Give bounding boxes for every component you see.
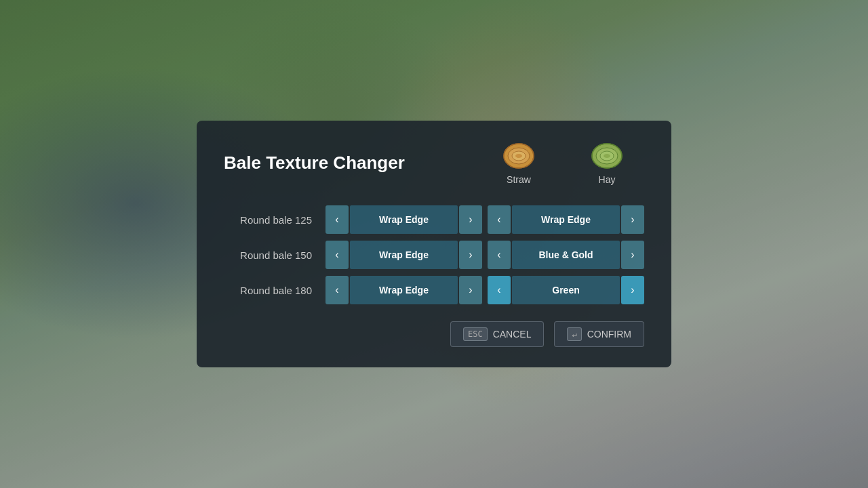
hay-next-btn-2[interactable]: ›: [621, 276, 644, 304]
confirm-key-badge: ↵: [567, 327, 581, 341]
straw-selector-0: ‹ Wrap Edge ›: [326, 205, 482, 234]
dialog-header: Bale Texture Changer Straw: [224, 141, 644, 185]
dialog-panel: Bale Texture Changer Straw: [197, 121, 671, 367]
straw-next-btn-2[interactable]: ›: [459, 276, 482, 304]
row-label-1: Round bale 150: [224, 249, 319, 261]
hay-selector-2: ‹ Green ›: [488, 276, 644, 304]
bale-type-icons: Straw Hay: [481, 141, 644, 185]
table-row: Round bale 125 ‹ Wrap Edge › ‹ Wrap Edge…: [224, 205, 644, 234]
straw-value-2: Wrap Edge: [350, 276, 458, 304]
straw-value-0: Wrap Edge: [350, 205, 458, 234]
cancel-key-badge: ESC: [463, 327, 488, 341]
hay-selector-1: ‹ Blue & Gold ›: [488, 241, 644, 269]
dialog-overlay: Bale Texture Changer Straw: [0, 0, 868, 488]
straw-next-btn-1[interactable]: ›: [459, 241, 482, 269]
straw-value-1: Wrap Edge: [350, 241, 458, 269]
confirm-button[interactable]: ↵ CONFIRM: [554, 321, 644, 347]
row-label-0: Round bale 125: [224, 214, 319, 226]
svg-point-3: [515, 154, 522, 158]
selectors-pair-1: ‹ Wrap Edge › ‹ Blue & Gold ›: [326, 241, 644, 269]
straw-prev-btn-1[interactable]: ‹: [326, 241, 349, 269]
hay-column-header: Hay: [570, 141, 644, 185]
hay-next-btn-1[interactable]: ›: [621, 241, 644, 269]
table-row: Round bale 150 ‹ Wrap Edge › ‹ Blue & Go…: [224, 241, 644, 269]
hay-bale-icon: [589, 141, 626, 171]
confirm-label: CONFIRM: [587, 329, 631, 340]
hay-prev-btn-1[interactable]: ‹: [488, 241, 511, 269]
straw-label: Straw: [507, 174, 531, 185]
svg-point-8: [604, 154, 610, 158]
straw-selector-1: ‹ Wrap Edge ›: [326, 241, 482, 269]
cancel-button[interactable]: ESC CANCEL: [450, 321, 544, 347]
hay-next-btn-0[interactable]: ›: [621, 205, 644, 234]
selectors-pair-0: ‹ Wrap Edge › ‹ Wrap Edge ›: [326, 205, 644, 234]
straw-column-header: Straw: [481, 141, 556, 185]
dialog-title: Bale Texture Changer: [224, 152, 454, 174]
straw-prev-btn-0[interactable]: ‹: [326, 205, 349, 234]
straw-prev-btn-2[interactable]: ‹: [326, 276, 349, 304]
footer-buttons: ESC CANCEL ↵ CONFIRM: [224, 321, 644, 347]
hay-value-2: Green: [512, 276, 620, 304]
hay-prev-btn-0[interactable]: ‹: [488, 205, 511, 234]
hay-value-0: Wrap Edge: [512, 205, 620, 234]
row-label-2: Round bale 180: [224, 285, 319, 296]
straw-next-btn-0[interactable]: ›: [459, 205, 482, 234]
hay-selector-0: ‹ Wrap Edge ›: [488, 205, 644, 234]
hay-value-1: Blue & Gold: [512, 241, 620, 269]
straw-selector-2: ‹ Wrap Edge ›: [326, 276, 482, 304]
hay-label: Hay: [599, 174, 616, 185]
straw-bale-icon: [500, 141, 538, 171]
table-row: Round bale 180 ‹ Wrap Edge › ‹ Green ›: [224, 276, 644, 304]
bale-rows: Round bale 125 ‹ Wrap Edge › ‹ Wrap Edge…: [224, 205, 644, 304]
selectors-pair-2: ‹ Wrap Edge › ‹ Green ›: [326, 276, 644, 304]
hay-prev-btn-2[interactable]: ‹: [488, 276, 511, 304]
cancel-label: CANCEL: [493, 329, 532, 340]
